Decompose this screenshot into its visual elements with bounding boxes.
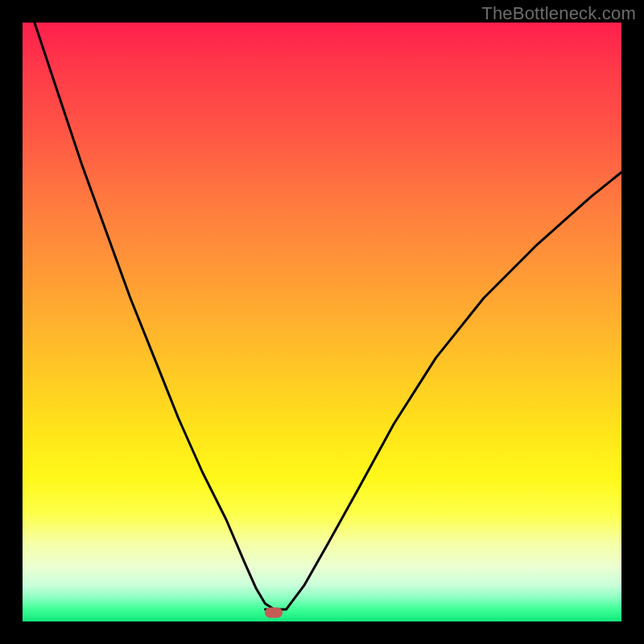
plot-area — [23, 23, 621, 621]
optimum-marker — [265, 607, 283, 617]
bottleneck-curve — [23, 23, 621, 621]
chart-frame: TheBottleneck.com — [0, 0, 644, 644]
watermark-text: TheBottleneck.com — [481, 3, 636, 24]
